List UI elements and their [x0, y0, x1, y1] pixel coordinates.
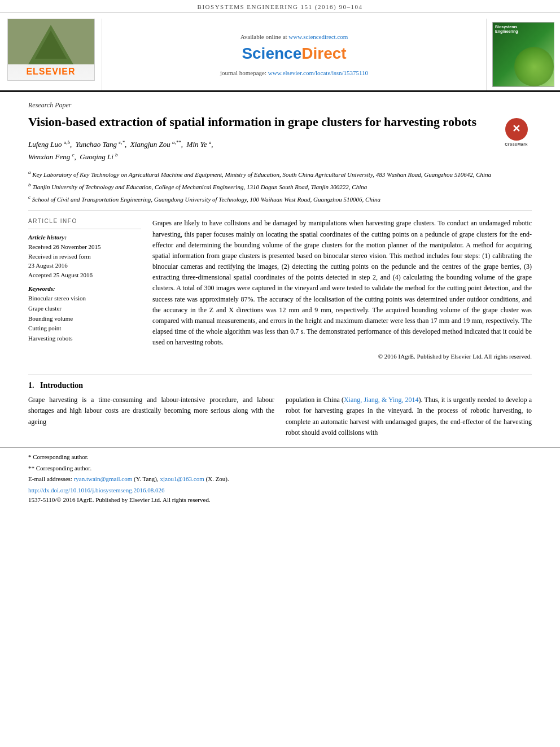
abstract-paragraph: Grapes are likely to have collisions and…	[152, 218, 532, 348]
abstract-col: Grapes are likely to have collisions and…	[152, 218, 532, 361]
footnote-issn: 1537-5110/© 2016 IAgrE. Published by Els…	[28, 496, 532, 503]
paper-type-label: Research Paper	[28, 101, 532, 110]
paper-title-area: Vision-based extraction of spatial infor…	[28, 114, 532, 130]
elsevier-wordmark: ELSEVIER	[26, 67, 75, 77]
keywords-label: Keywords:	[28, 285, 141, 292]
sciencedirect-url[interactable]: www.sciencedirect.com	[288, 33, 348, 40]
keyword-3: Bounding volume	[28, 314, 141, 324]
email-label: E-mail addresses:	[28, 475, 72, 482]
elsevier-tree-graphic	[8, 19, 94, 64]
journal-citation: BIOSYSTEMS ENGINEERING 151 (2016) 90–104	[198, 3, 363, 10]
author-2-sup: c,*	[119, 139, 125, 145]
keywords-section: Keywords: Binocular stereo vision Grape …	[28, 285, 141, 343]
available-online-label: Available online at www.sciencedirect.co…	[240, 33, 348, 40]
authors-list: Lufeng Luo a,b, Yunchao Tang c,*, Xiangj…	[28, 138, 532, 163]
intro-number: 1.	[28, 381, 34, 390]
crossmark-label: CrossMark	[505, 142, 528, 147]
intro-ref-link[interactable]: Xiang, Jiang, & Ying, 2014	[344, 396, 419, 404]
affiliation-c: c School of Civil and Transportation Eng…	[28, 194, 532, 204]
journal-homepage-link[interactable]: www.elsevier.com/locate/issn/15375110	[268, 69, 368, 76]
author-1: Lufeng Luo a,b	[28, 140, 70, 148]
email-2-link[interactable]: xjzou1@163.com	[160, 475, 204, 482]
paper-title-text: Vision-based extraction of spatial infor…	[28, 115, 476, 129]
abstract-text: Grapes are likely to have collisions and…	[152, 218, 532, 361]
crossmark-badge[interactable]: CrossMark	[501, 117, 532, 148]
accepted-date: Accepted 25 August 2016	[28, 270, 141, 280]
affiliations-list: a Key Laboratory of Key Technology on Ag…	[28, 169, 532, 204]
header-section: ELSEVIER Available online at www.science…	[0, 13, 560, 92]
intro-col-left-text: Grape harvesting is a time-consuming and…	[28, 395, 274, 427]
author-6: Guoqing Li b	[80, 152, 117, 161]
paper-content: Research Paper Vision-based extraction o…	[0, 92, 560, 361]
journal-homepage-label: journal homepage: www.elsevier.com/locat…	[220, 69, 368, 76]
journal-header-bar: BIOSYSTEMS ENGINEERING 151 (2016) 90–104	[0, 0, 560, 13]
crossmark-icon	[505, 118, 528, 141]
keyword-1: Binocular stereo vision	[28, 294, 141, 304]
footnote-section: * Corresponding author. ** Corresponding…	[0, 447, 560, 503]
author-3-sup: a,**	[172, 139, 181, 145]
author-2: Yunchao Tang c,*	[76, 140, 125, 148]
affiliation-b: b Tianjin University of Technology and E…	[28, 181, 532, 191]
journal-cover-graphic	[514, 47, 554, 86]
elsevier-logo-area: ELSEVIER	[0, 19, 102, 90]
intro-col-right: population in China (Xiang, Jiang, & Yin…	[286, 395, 532, 442]
article-info-col: ARTICLE INFO Article history: Received 2…	[28, 218, 141, 361]
divider-1	[28, 211, 532, 211]
email-2-note: (X. Zou).	[206, 475, 229, 482]
footnote-emails: E-mail addresses: ryan.twain@gmail.com (…	[28, 474, 532, 484]
author-5: Wenxian Feng c	[28, 152, 75, 161]
intro-title: 1. Introduction	[28, 381, 532, 390]
footnote-doi: http://dx.doi.org/10.1016/j.biosystemsen…	[28, 486, 532, 496]
intro-two-col: Grape harvesting is a time-consuming and…	[28, 395, 532, 442]
copyright-line: © 2016 IAgrE. Published by Elsevier Ltd.…	[152, 352, 532, 362]
footnote-corresponding-2: ** Corresponding author.	[28, 464, 532, 474]
author-5-sup: c	[72, 152, 75, 158]
intro-col-right-text: population in China (Xiang, Jiang, & Yin…	[286, 395, 532, 438]
article-history: Article history: Received 26 November 20…	[28, 234, 141, 279]
journal-cover-title: Biosystems Engineering	[495, 25, 518, 34]
footnote-corresponding-1: * Corresponding author.	[28, 452, 532, 462]
author-6-sup: b	[115, 152, 118, 158]
sciencedirect-area: Available online at www.sciencedirect.co…	[102, 19, 487, 90]
sciencedirect-logo: ScienceDirect	[242, 45, 346, 63]
received-date: Received 26 November 2015	[28, 242, 141, 252]
author-4-sup: a	[209, 139, 212, 145]
journal-cover-area: Biosystems Engineering	[487, 19, 560, 90]
keyword-5: Harvesting robots	[28, 334, 141, 344]
keyword-4: Cutting point	[28, 324, 141, 334]
received-revised-label: Received in revised form	[28, 252, 141, 261]
received-revised-date: 23 August 2016	[28, 261, 141, 270]
author-3: Xiangjun Zou a,**	[130, 140, 181, 148]
elsevier-logo: ELSEVIER	[7, 19, 95, 81]
affiliation-a: a Key Laboratory of Key Technology on Ag…	[28, 169, 532, 179]
author-4: Min Ye a	[187, 140, 212, 148]
email-1-link[interactable]: ryan.twain@gmail.com	[74, 475, 133, 482]
history-label: Article history:	[28, 234, 141, 241]
intro-col-left: Grape harvesting is a time-consuming and…	[28, 395, 274, 442]
article-info-divider	[28, 229, 141, 229]
intro-heading: Introduction	[40, 381, 83, 390]
author-1-sup: a,b	[64, 139, 70, 145]
journal-cover-image: Biosystems Engineering	[492, 22, 554, 87]
email-1-note: (Y. Tang),	[134, 475, 159, 482]
doi-link[interactable]: http://dx.doi.org/10.1016/j.biosystemsen…	[28, 487, 165, 493]
article-info-heading: ARTICLE INFO	[28, 218, 141, 224]
intro-divider	[28, 374, 532, 374]
keyword-2: Grape cluster	[28, 304, 141, 314]
article-info-abstract: ARTICLE INFO Article history: Received 2…	[28, 218, 532, 361]
introduction-section: 1. Introduction Grape harvesting is a ti…	[0, 361, 560, 442]
